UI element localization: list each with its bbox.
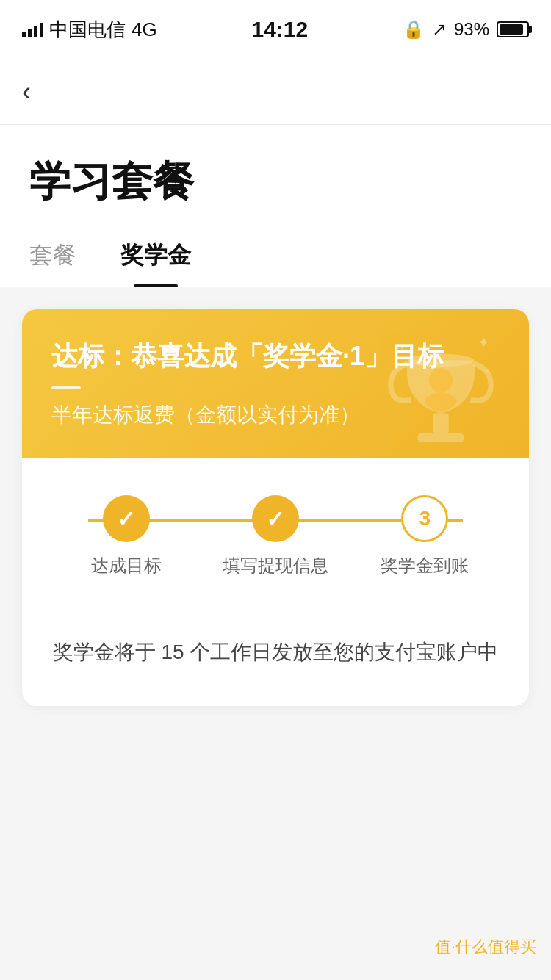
banner-title: 达标：恭喜达成「奖学金·1」目标	[51, 339, 500, 375]
step-2-label: 填写提现信息	[223, 554, 328, 577]
tab-package[interactable]: 套餐	[29, 239, 76, 287]
nav-bar: ‹	[0, 59, 551, 125]
tab-scholarship[interactable]: 奖学金	[120, 239, 191, 287]
status-bar: 中国电信 4G 14:12 🔒 ↗ 93%	[0, 0, 551, 59]
yellow-banner: ✦ ✦ ✦ 达标：恭喜达成「奖学金·1」目标 半年达标返费（金额以实付为准）	[22, 309, 529, 458]
step-2-circle: ✓	[252, 495, 299, 542]
step-1: ✓ 达成目标	[51, 495, 201, 577]
lock-icon: 🔒	[403, 19, 425, 40]
steps-area: ✓ 达成目标 ✓ 填写提现信息 3 奖学金到账	[22, 458, 529, 621]
battery-percent: 93%	[454, 19, 489, 40]
step-2: ✓ 填写提现信息	[201, 495, 350, 577]
step-1-label: 达成目标	[91, 554, 162, 577]
signal-icon	[22, 21, 43, 37]
main-area: ✦ ✦ ✦ 达标：恭喜达成「奖学金·1」目标 半年达标返费（金额以实付为准）	[0, 287, 551, 750]
time-label: 14:12	[251, 17, 308, 42]
scholarship-card: ✦ ✦ ✦ 达标：恭喜达成「奖学金·1」目标 半年达标返费（金额以实付为准）	[22, 309, 529, 706]
step-2-check-icon: ✓	[266, 506, 284, 532]
banner-subtitle: 半年达标返费（金额以实付为准）	[51, 401, 500, 429]
network-type: 4G	[132, 18, 157, 41]
location-icon: ↗	[432, 19, 447, 40]
status-left: 中国电信 4G	[22, 17, 157, 43]
page-header: 学习套餐 套餐 奖学金	[0, 125, 551, 287]
step-1-circle: ✓	[103, 495, 150, 542]
page-title: 学习套餐	[29, 154, 522, 210]
battery-icon	[497, 21, 529, 37]
tabs-container: 套餐 奖学金	[29, 239, 522, 287]
info-text: 奖学金将于 15 个工作日发放至您的支付宝账户中	[22, 621, 529, 706]
steps-container: ✓ 达成目标 ✓ 填写提现信息 3 奖学金到账	[51, 495, 500, 577]
step-3: 3 奖学金到账	[350, 495, 500, 577]
watermark: 值·什么值得买	[435, 936, 536, 958]
svg-rect-2	[418, 433, 464, 443]
step-1-check-icon: ✓	[117, 506, 135, 532]
step-3-number: 3	[419, 507, 431, 530]
banner-divider	[51, 386, 81, 389]
step-3-circle: 3	[401, 495, 448, 542]
back-button[interactable]: ‹	[22, 76, 31, 107]
carrier-label: 中国电信	[49, 17, 126, 43]
step-3-label: 奖学金到账	[381, 554, 469, 577]
status-right: 🔒 ↗ 93%	[403, 19, 529, 40]
